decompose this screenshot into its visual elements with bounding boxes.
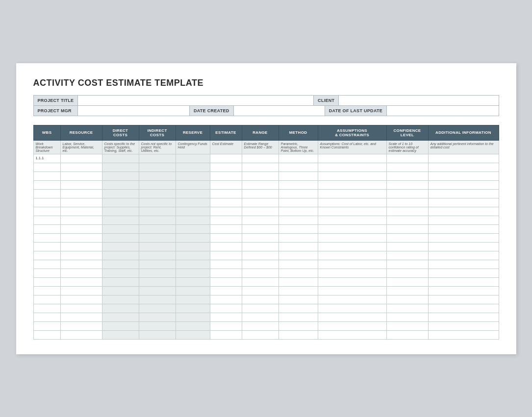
table-row <box>33 216 499 224</box>
table-row <box>33 172 499 180</box>
col-header-additional: ADDITIONAL INFORMATION <box>428 125 499 140</box>
resource-cell[interactable] <box>60 154 102 163</box>
meta-row-mgr: PROJECT MGR DATE CREATED DATE OF LAST UP… <box>34 106 499 116</box>
table-row <box>33 251 499 260</box>
col-header-indirect: INDIRECTCOSTS <box>139 125 176 140</box>
col-header-assumptions: ASSUMPTIONS& CONSTRAINTS <box>318 125 386 140</box>
date-created-value[interactable] <box>234 106 325 116</box>
desc-additional: Any additional pertinent information to … <box>428 140 499 154</box>
col-header-reserve: RESERVE <box>176 125 210 140</box>
direct-cell[interactable] <box>102 154 139 163</box>
table-row <box>33 207 499 216</box>
estimate-cell[interactable] <box>210 154 242 163</box>
desc-reserve: Contingency Funds Held <box>176 140 210 154</box>
date-created-label: DATE CREATED <box>190 106 234 116</box>
main-table: WBS RESOURCE DIRECTCOSTS INDIRECTCOSTS R… <box>33 125 499 340</box>
desc-resource: Labor, Service, Equipment, Material, etc… <box>60 140 102 154</box>
wbs-cell[interactable]: 1.1.1 <box>33 154 60 163</box>
meta-row-title: PROJECT TITLE CLIENT <box>34 96 499 106</box>
table-row <box>33 198 499 207</box>
col-header-confidence: CONFIDENCELEVEL <box>386 125 428 140</box>
desc-wbs: Work Breakdown Structure <box>33 140 60 154</box>
table-row <box>33 304 499 313</box>
col-header-resource: RESOURCE <box>60 125 102 140</box>
date-last-update-label: DATE OF LAST UPDATE <box>325 106 387 116</box>
client-label: CLIENT <box>314 96 339 105</box>
client-value[interactable] <box>339 96 498 105</box>
col-header-range: RANGE <box>242 125 279 140</box>
col-header-wbs: WBS <box>33 125 60 140</box>
desc-method: Parametric, Analogous, Three Point, Bott… <box>279 140 318 154</box>
project-mgr-label: PROJECT MGR <box>34 106 78 116</box>
col-header-estimate: ESTIMATE <box>210 125 242 140</box>
table-row <box>33 269 499 277</box>
desc-assumptions: Assumptions: Cost of Labor, etc. and Kno… <box>318 140 386 154</box>
desc-direct: Costs specific to the project: Supplies,… <box>102 140 139 154</box>
table-row <box>33 313 499 321</box>
additional-cell[interactable] <box>428 154 499 163</box>
table-row <box>33 189 499 198</box>
desc-range: Estimate Range Defined $00 – $00 <box>242 140 279 154</box>
project-title-value[interactable] <box>78 96 314 105</box>
table-row <box>33 260 499 269</box>
table-row <box>33 295 499 304</box>
table-row <box>33 163 499 172</box>
meta-section: PROJECT TITLE CLIENT PROJECT MGR DATE CR… <box>33 95 499 116</box>
table-row <box>33 224 499 233</box>
page-title: ACTIVITY COST ESTIMATE TEMPLATE <box>33 78 499 88</box>
page-container: ACTIVITY COST ESTIMATE TEMPLATE PROJECT … <box>16 63 516 354</box>
table-row <box>33 277 499 286</box>
reserve-cell[interactable] <box>176 154 210 163</box>
range-cell[interactable] <box>242 154 279 163</box>
desc-confidence: Scale of 1 to 10 confidence rating of es… <box>386 140 428 154</box>
indirect-cell[interactable] <box>139 154 176 163</box>
date-last-update-value[interactable] <box>387 106 498 116</box>
project-mgr-value[interactable] <box>78 106 190 116</box>
table-description-row: Work Breakdown Structure Labor, Service,… <box>33 140 499 154</box>
col-header-direct: DIRECTCOSTS <box>102 125 139 140</box>
method-cell[interactable] <box>279 154 318 163</box>
table-row <box>33 321 499 330</box>
desc-indirect: Costs not specific to project: Rent, Uti… <box>139 140 176 154</box>
project-title-label: PROJECT TITLE <box>34 96 78 105</box>
confidence-cell[interactable] <box>386 154 428 163</box>
table-header-row: WBS RESOURCE DIRECTCOSTS INDIRECTCOSTS R… <box>33 125 499 140</box>
desc-estimate: Cost Estimate <box>210 140 242 154</box>
table-row <box>33 330 499 339</box>
assumptions-cell[interactable] <box>318 154 386 163</box>
table-row: 1.1.1 <box>33 154 499 163</box>
col-header-method: METHOD <box>279 125 318 140</box>
table-row <box>33 242 499 251</box>
table-row <box>33 233 499 242</box>
table-row <box>33 180 499 189</box>
table-row <box>33 286 499 295</box>
